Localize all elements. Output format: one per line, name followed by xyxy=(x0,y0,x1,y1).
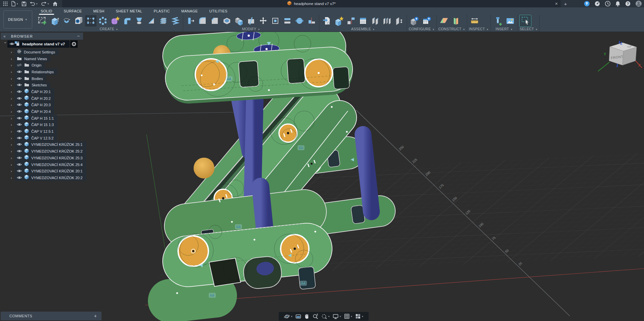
eye-hidden-icon[interactable] xyxy=(17,62,22,68)
comments-bar[interactable]: COMMENTS + xyxy=(1,312,102,320)
chevron-right-icon[interactable]: › xyxy=(11,156,15,160)
viewports-icon[interactable]: ▼ xyxy=(354,313,364,319)
joint-glyph-icon[interactable] xyxy=(235,225,242,229)
combine-tool[interactable] xyxy=(233,15,245,27)
redo-icon[interactable]: ▼ xyxy=(41,0,49,7)
browser-item-sketches[interactable]: ›Sketches xyxy=(1,82,142,88)
eye-icon[interactable] xyxy=(17,109,22,115)
configure-tool[interactable] xyxy=(409,15,420,27)
create-sketch-tool[interactable] xyxy=(37,15,48,27)
joint-glyph-icon[interactable] xyxy=(300,281,307,285)
ribbon-tab-sheet-metal[interactable]: SHEET METAL xyxy=(110,7,148,15)
browser-item-čap-v-12-5-2[interactable]: ›ČAP V 12.5:2 xyxy=(1,135,142,142)
grid-settings-icon[interactable]: ▼ xyxy=(343,313,353,319)
eye-icon[interactable] xyxy=(17,175,22,181)
add-comment-icon[interactable]: + xyxy=(94,313,97,319)
chevron-right-icon[interactable]: › xyxy=(11,136,15,140)
chevron-right-icon[interactable]: › xyxy=(11,123,15,127)
user-avatar-icon[interactable] xyxy=(635,0,642,7)
as-built-joint-tool[interactable] xyxy=(369,15,381,27)
ribbon-tab-surface[interactable]: SURFACE xyxy=(58,7,88,15)
home-icon[interactable] xyxy=(52,0,58,7)
eye-icon[interactable] xyxy=(17,89,22,95)
physical-material-tool[interactable] xyxy=(294,15,305,27)
file-new-icon[interactable]: ▼ xyxy=(11,0,18,7)
dowel-cap[interactable] xyxy=(195,59,227,90)
chevron-right-icon[interactable]: › xyxy=(11,77,15,81)
eye-icon[interactable] xyxy=(17,162,22,168)
chevron-right-icon[interactable]: › xyxy=(11,129,15,133)
pan-icon[interactable] xyxy=(303,313,311,319)
split-face-tool[interactable] xyxy=(282,15,293,27)
chevron-right-icon[interactable]: › xyxy=(11,149,15,153)
loft-tool[interactable] xyxy=(133,15,145,27)
notifications-icon[interactable] xyxy=(615,0,620,7)
chevron-right-icon[interactable]: › xyxy=(11,116,15,120)
browser-item-čap-h-15-1-1[interactable]: ›ČAP H 15 1:1 xyxy=(1,115,142,122)
ribbon-tab-manage[interactable]: MANAGE xyxy=(175,7,203,15)
chevron-right-icon[interactable]: › xyxy=(11,110,15,114)
thread-tool[interactable] xyxy=(170,15,181,27)
browser-item-vymedzovací-krúžok-20-2[interactable]: ›VYMEDZOVACÍ KRÚŽOK 20:2 xyxy=(1,174,142,181)
leg-cylinder-right[interactable] xyxy=(363,134,371,212)
help-icon[interactable]: ? xyxy=(625,0,631,7)
ribbon-tab-solid[interactable]: SOLID xyxy=(35,7,58,15)
hole-tool[interactable] xyxy=(73,15,84,27)
ribbon-group-label[interactable]: CREATE ▼ xyxy=(37,27,181,32)
close-tab-icon[interactable]: ✕ xyxy=(555,0,558,7)
ribbon-group-label[interactable]: ASSEMBLE ▼ xyxy=(321,27,405,32)
browser-item-relationships[interactable]: ›Relationships xyxy=(1,69,142,75)
eye-icon[interactable] xyxy=(17,142,22,148)
chevron-right-icon[interactable]: › xyxy=(11,169,15,173)
rib-tool[interactable] xyxy=(146,15,157,27)
motion-link-tool[interactable] xyxy=(381,15,393,27)
chevron-right-icon[interactable]: › xyxy=(11,63,15,67)
insert-derive-tool[interactable] xyxy=(321,15,332,27)
new-component-tool[interactable] xyxy=(333,15,345,27)
extrude-tool[interactable] xyxy=(49,15,60,27)
chevron-right-icon[interactable]: › xyxy=(11,50,15,54)
eye-icon[interactable] xyxy=(17,69,22,75)
look-at-icon[interactable] xyxy=(294,314,302,319)
eye-icon[interactable] xyxy=(17,148,22,154)
browser-item-vymedzovací-krúžok-25-2[interactable]: ›VYMEDZOVACÍ KRÚŽOK 25:2 xyxy=(1,148,142,155)
add-tab-icon[interactable]: + xyxy=(564,0,567,7)
chevron-expanded-icon[interactable]: › xyxy=(3,42,8,46)
chevron-right-icon[interactable]: › xyxy=(11,96,15,101)
joint-glyph-icon[interactable] xyxy=(209,293,215,297)
fillet-tool[interactable] xyxy=(197,15,208,27)
display-settings-icon[interactable]: ▼ xyxy=(332,314,342,319)
save-icon[interactable] xyxy=(22,0,27,7)
browser-item-čap-h-20-1[interactable]: ›ČAP H 20:1 xyxy=(1,88,142,95)
ribbon-group-label[interactable]: CONFIGURE ▼ xyxy=(409,27,435,32)
offset-face-tool[interactable] xyxy=(270,15,281,27)
revolve-tool[interactable] xyxy=(61,15,72,27)
construct-plane-tool[interactable] xyxy=(438,15,450,27)
zoom-icon[interactable] xyxy=(312,313,319,320)
press-pull-tool[interactable] xyxy=(185,15,196,27)
insert-fastener-tool[interactable] xyxy=(492,15,504,27)
chevron-right-icon[interactable]: › xyxy=(11,143,15,147)
create-form-tool[interactable] xyxy=(109,15,121,27)
browser-header[interactable]: « BROWSER − xyxy=(1,33,83,40)
eye-icon[interactable] xyxy=(17,76,22,82)
eye-icon[interactable] xyxy=(17,115,22,121)
collapse-panel-icon[interactable]: « xyxy=(3,34,6,39)
browser-item-čap-h-15-1-3[interactable]: ›ČAP H 15 1:3 xyxy=(1,122,142,128)
browser-item-origin[interactable]: ›Origin xyxy=(1,62,142,69)
chevron-right-icon[interactable]: › xyxy=(11,70,15,74)
minimize-panel-icon[interactable]: − xyxy=(77,34,80,39)
browser-root-item[interactable]: › headphone stand v7 v7 xyxy=(1,40,142,48)
primitive-box-tool[interactable] xyxy=(85,15,96,27)
browser-item-named-views[interactable]: ›Named Views xyxy=(1,55,142,62)
chevron-right-icon[interactable]: › xyxy=(11,103,15,107)
coil-tool[interactable] xyxy=(158,15,169,27)
browser-item-čap-h-20-3[interactable]: ›ČAP H 20:3 xyxy=(1,102,142,109)
split-body-tool[interactable] xyxy=(245,15,257,27)
chevron-right-icon[interactable]: › xyxy=(11,90,15,94)
browser-item-čap-h-20-2[interactable]: ›ČAP H 20:2 xyxy=(1,95,142,102)
move-copy-tool[interactable] xyxy=(257,15,269,27)
fit-icon[interactable]: ▼ xyxy=(320,313,331,320)
pattern-circular-tool[interactable] xyxy=(97,15,109,27)
browser-item-čap-v-12-5-1[interactable]: ›ČAP V 12.5:1 xyxy=(1,128,142,135)
